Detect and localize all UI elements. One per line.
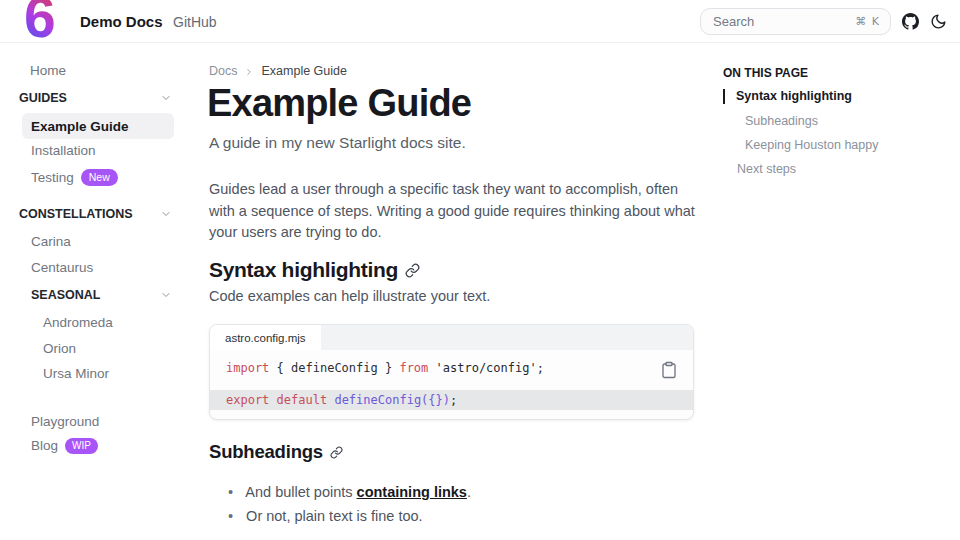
chevron-down-icon[interactable]	[160, 289, 172, 301]
code-line-highlighted: export default defineConfig({});	[210, 390, 693, 410]
theme-toggle-moon-icon[interactable]	[930, 13, 947, 30]
sidebar-item-blog-label: Blog	[31, 438, 58, 453]
sidebar-item-ursa-minor[interactable]: Ursa Minor	[43, 366, 109, 381]
sidebar-item-centaurus[interactable]: Centaurus	[31, 260, 93, 275]
section-heading-subheadings: Subheadings	[209, 441, 343, 463]
sidebar-group-constellations[interactable]: CONSTELLATIONS	[19, 207, 133, 221]
code-block-tabs: astro.config.mjs	[210, 325, 693, 350]
sidebar-item-blog[interactable]: BlogWIP	[31, 438, 98, 454]
page-subtitle: A guide in my new Starlight docs site.	[209, 134, 466, 152]
search-placeholder: Search	[713, 14, 855, 29]
search-shortcut: ⌘ K	[855, 15, 880, 28]
copy-code-button[interactable]	[657, 358, 681, 382]
list-item: Or not, plain text is fine too.	[228, 508, 423, 524]
toc-item-next-steps[interactable]: Next steps	[737, 162, 796, 176]
sidebar-item-carina[interactable]: Carina	[31, 234, 71, 249]
chevron-down-icon[interactable]	[160, 208, 172, 220]
sidebar-group-seasonal[interactable]: SEASONAL	[31, 288, 100, 302]
bullet-text: Or not, plain text is fine too.	[246, 508, 423, 524]
syntax-caption: Code examples can help illustrate your t…	[209, 288, 490, 304]
breadcrumb-docs[interactable]: Docs	[209, 64, 237, 78]
sidebar-item-andromeda[interactable]: Andromeda	[43, 315, 113, 330]
bullet-text: .	[467, 484, 471, 500]
site-logo-icon[interactable]: 6	[24, 0, 56, 46]
sidebar-item-playground[interactable]: Playground	[31, 414, 99, 429]
sidebar-item-testing[interactable]: TestingNew	[31, 169, 118, 186]
sidebar-item-testing-label: Testing	[31, 170, 74, 185]
containing-links-link[interactable]: containing links	[357, 484, 467, 500]
anchor-link-icon[interactable]	[405, 263, 420, 278]
site-title[interactable]: Demo Docs	[80, 13, 163, 30]
toc-item-keeping-houston-happy[interactable]: Keeping Houston happy	[745, 138, 878, 152]
toc-title: ON THIS PAGE	[723, 66, 808, 80]
section-heading-syntax-label: Syntax highlighting	[209, 258, 398, 282]
page-title: Example Guide	[207, 82, 471, 125]
code-body: import { defineConfig } from 'astro/conf…	[210, 350, 693, 419]
wip-badge: WIP	[65, 438, 98, 454]
intro-paragraph: Guides lead a user through a specific ta…	[209, 179, 701, 244]
list-item: And bullet points containing links.	[228, 484, 471, 500]
breadcrumb-current: Example Guide	[261, 64, 346, 78]
nav-link-github[interactable]: GitHub	[173, 14, 217, 30]
new-badge: New	[81, 169, 118, 186]
sidebar-group-guides[interactable]: GUIDES	[19, 91, 67, 105]
toc-item-syntax-highlighting[interactable]: Syntax highlighting	[736, 89, 852, 103]
section-heading-subheadings-label: Subheadings	[209, 441, 323, 463]
sidebar-item-example-guide-label: Example Guide	[31, 119, 129, 134]
bullet-text: And bullet points	[245, 484, 356, 500]
code-line-1: import { defineConfig } from 'astro/conf…	[210, 360, 693, 376]
breadcrumb: Docs Example Guide	[209, 64, 347, 78]
sidebar-item-installation[interactable]: Installation	[31, 143, 96, 158]
top-header: 6 Demo Docs GitHub Search ⌘ K	[0, 0, 960, 43]
clipboard-icon	[660, 361, 678, 379]
toc-item-subheadings[interactable]: Subheadings	[745, 114, 818, 128]
toc-active-indicator	[723, 89, 725, 104]
sidebar-item-orion[interactable]: Orion	[43, 341, 76, 356]
chevron-right-icon	[244, 66, 254, 76]
anchor-link-icon[interactable]	[330, 446, 343, 459]
code-block: astro.config.mjs import { defineConfig }…	[209, 324, 694, 420]
github-icon[interactable]	[902, 13, 919, 30]
sidebar-item-home[interactable]: Home	[30, 63, 66, 78]
chevron-down-icon[interactable]	[160, 92, 172, 104]
code-filename-tab: astro.config.mjs	[210, 325, 321, 350]
search-input[interactable]: Search ⌘ K	[700, 8, 891, 35]
page: 6 Demo Docs GitHub Search ⌘ K Home GUIDE…	[0, 0, 960, 540]
section-heading-syntax: Syntax highlighting	[209, 258, 420, 282]
